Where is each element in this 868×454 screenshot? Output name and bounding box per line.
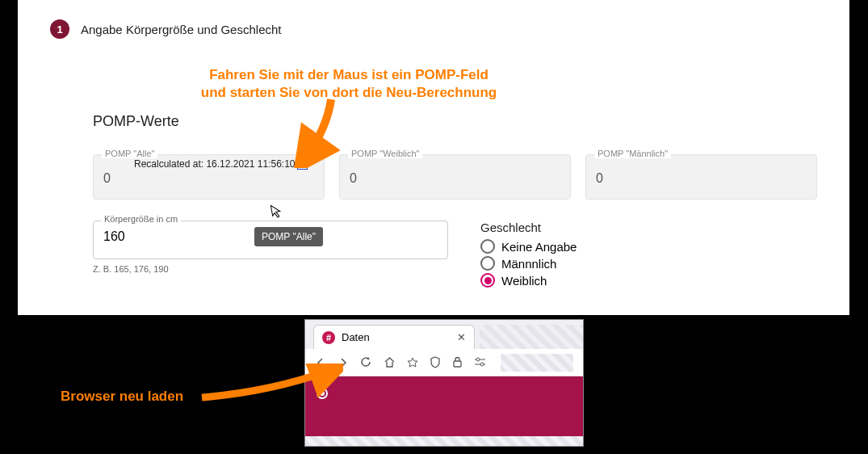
pomp-value: 0	[596, 171, 807, 186]
favicon-icon: #	[322, 331, 335, 344]
browser-page-content	[305, 376, 583, 436]
bookmark-icon[interactable]	[407, 357, 418, 368]
url-bar[interactable]	[501, 354, 573, 372]
gender-title: Geschlecht	[480, 221, 577, 234]
tab-title: Daten	[342, 331, 370, 343]
forward-icon[interactable]	[338, 357, 349, 368]
home-icon[interactable]	[384, 356, 396, 368]
tabbar-overflow	[480, 325, 583, 349]
pomp-label: POMP "Alle"	[102, 149, 157, 158]
svg-rect-0	[454, 361, 461, 367]
pomp-section-title: POMP-Werte	[93, 113, 817, 130]
gender-option-label: Keine Angabe	[501, 240, 577, 254]
pomp-section: POMP-Werte POMP "Alle" Recalculated at: …	[93, 113, 817, 290]
pomp-field-alle[interactable]: POMP "Alle" Recalculated at: 16.12.2021 …	[93, 154, 325, 200]
browser-toolbar	[305, 349, 583, 376]
gender-option-label: Weiblich	[501, 274, 547, 288]
annotation-top-line1: Fahren Sie mit der Maus ist ein POMP-Fel…	[147, 66, 551, 84]
height-hint: Z. B. 165, 176, 190	[93, 264, 448, 274]
tab-close-icon[interactable]: ✕	[457, 331, 466, 343]
page-radio-icon	[317, 388, 328, 399]
annotation-top: Fahren Sie mit der Maus ist ein POMP-Fel…	[147, 66, 551, 102]
settings-sliders-icon[interactable]	[474, 357, 486, 368]
step-title: Angabe Körpergröße und Geschlecht	[81, 23, 282, 36]
radio-icon	[480, 256, 495, 271]
browser-tab[interactable]: # Daten ✕	[313, 325, 475, 349]
body-inputs-row: Körpergröße in cm 160 POMP "Alle" Z. B. …	[93, 221, 817, 290]
pomp-label: POMP "Männlich"	[594, 149, 671, 158]
browser-tabbar: # Daten ✕	[305, 320, 583, 349]
pomp-field-maennlich[interactable]: POMP "Männlich" 0	[585, 154, 817, 200]
recalc-play-icon[interactable]	[297, 159, 308, 170]
gender-option-label: Männnlich	[501, 257, 556, 271]
gender-group: Geschlecht Keine Angabe Männnlich Weibli…	[480, 221, 577, 290]
lock-icon[interactable]	[452, 356, 463, 368]
pomp-label: POMP "Weiblich"	[348, 149, 422, 158]
height-label: Körpergröße in cm	[101, 214, 181, 224]
recalc-info: Recalculated at: 16.12.2021 11:56:10	[134, 158, 308, 170]
svg-point-2	[476, 358, 480, 361]
radio-icon-selected	[480, 273, 495, 288]
gender-option-none[interactable]: Keine Angabe	[480, 239, 577, 254]
recalc-text: Recalculated at: 16.12.2021 11:56:10	[134, 158, 296, 170]
gender-option-male[interactable]: Männnlich	[480, 256, 577, 271]
annotation-top-line2: und starten Sie von dort die Neu-Berechn…	[147, 84, 551, 102]
browser-window: # Daten ✕	[304, 319, 584, 447]
height-box: Körpergröße in cm 160 POMP "Alle" Z. B. …	[93, 221, 448, 290]
step-header: 1 Angabe Körpergröße und Geschlecht	[50, 19, 817, 39]
pomp-row: POMP "Alle" Recalculated at: 16.12.2021 …	[93, 154, 817, 200]
height-tooltip: POMP "Alle"	[254, 227, 323, 246]
gender-option-female[interactable]: Weiblich	[480, 273, 577, 288]
step-number-badge: 1	[50, 19, 69, 39]
pomp-value: 0	[103, 171, 314, 186]
reload-icon[interactable]	[360, 356, 372, 368]
shield-icon[interactable]	[430, 356, 441, 368]
svg-point-4	[480, 363, 484, 366]
pomp-value: 0	[350, 171, 560, 186]
browser-bottom-strip	[305, 436, 583, 446]
back-icon[interactable]	[315, 357, 326, 368]
annotation-bottom: Browser neu laden	[61, 389, 183, 405]
pomp-field-weiblich[interactable]: POMP "Weiblich" 0	[339, 154, 571, 200]
radio-icon	[480, 239, 495, 254]
form-panel: 1 Angabe Körpergröße und Geschlecht Fahr…	[18, 0, 849, 315]
